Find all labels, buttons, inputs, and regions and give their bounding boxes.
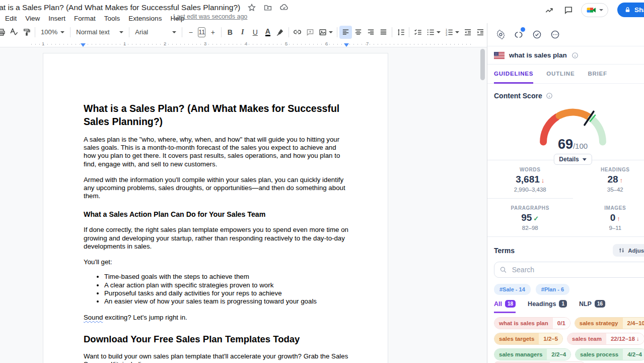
doc-stats-icon[interactable] [543, 4, 556, 17]
doc-paragraph[interactable]: You'll get: [84, 258, 348, 266]
meet-button[interactable] [581, 3, 608, 17]
info-icon[interactable] [571, 52, 579, 59]
numbered-list-button[interactable]: 123 [443, 26, 461, 39]
increase-indent-button[interactable] [474, 26, 486, 39]
connection-icon[interactable] [513, 29, 524, 40]
doc-paragraph[interactable]: Sound exciting? Let's jump right in. [84, 314, 348, 322]
doc-bullet-item[interactable]: Time-based goals with the steps to achie… [104, 273, 348, 281]
menu-item[interactable]: Edit [5, 15, 17, 22]
add-comment-icon[interactable] [304, 26, 316, 39]
font-select[interactable]: Arial [131, 26, 180, 39]
term-chip[interactable]: sales strategy 2/4–10 [575, 317, 644, 329]
search-input[interactable] [511, 265, 644, 274]
bold-button[interactable]: B [224, 26, 236, 39]
hashtag-chip[interactable]: #Sale - 14 [494, 284, 531, 295]
filter-headings[interactable]: Headings1 [528, 300, 567, 313]
terms-header: Terms Adjust [487, 237, 644, 257]
menu-item[interactable]: Insert [48, 15, 65, 22]
line-spacing-icon[interactable] [394, 26, 407, 39]
share-button[interactable]: Share [617, 3, 644, 17]
spellcheck-flagged-word[interactable]: Sound [84, 314, 103, 321]
insert-image-button[interactable] [316, 26, 335, 39]
term-chip-count: 0/1 [553, 318, 570, 329]
more-options-icon[interactable] [549, 29, 560, 40]
hashtag-chip[interactable]: #Plan - 6 [536, 284, 569, 295]
header-actions: Share [543, 3, 644, 17]
comment-icon[interactable] [562, 4, 575, 17]
filter-nlp[interactable]: NLP16 [579, 300, 605, 313]
terms-search[interactable] [494, 262, 644, 278]
toolbar-divider [35, 27, 35, 37]
print-icon[interactable] [0, 26, 8, 39]
text-color-button[interactable]: A [261, 26, 274, 39]
term-chip[interactable]: sales targets 1/2–5 [494, 333, 563, 345]
bulleted-list-button[interactable] [424, 26, 443, 39]
menu-item[interactable]: Tools [104, 15, 120, 22]
zoom-select[interactable]: 100% [37, 26, 68, 39]
term-chip[interactable]: sales team 22/12–18 ↓ [567, 333, 644, 345]
meet-dropdown-caret[interactable] [599, 9, 603, 11]
filter-all[interactable]: All18 [494, 300, 516, 313]
term-chip[interactable]: what is sales plan 0/1 [494, 317, 570, 329]
cloud-saved-icon[interactable] [279, 3, 289, 12]
doc-paragraph[interactable]: Want to build your own sales plan templa… [84, 352, 348, 363]
check-circle-icon[interactable] [531, 29, 542, 40]
doc-bullet-item[interactable]: Purposeful tasks and daily activities fo… [104, 289, 348, 297]
tab-outline[interactable]: OUTLINE [546, 65, 575, 84]
last-edit-link[interactable]: Last edit was seconds ago [173, 13, 247, 20]
stat-cell: HEADINGS 28↑ 35–42 [573, 160, 644, 199]
term-chip[interactable]: sales managers 2/2–4 [494, 348, 571, 360]
document-title[interactable]: What is a Sales Plan? (And What Makes fo… [0, 3, 240, 12]
justify-button[interactable] [377, 26, 390, 39]
document-canvas[interactable]: What is a Sales Plan? (And What Makes fo… [0, 47, 487, 363]
lock-icon [624, 7, 631, 13]
doc-bullet-item[interactable]: A clear action plan with specific strate… [104, 281, 348, 289]
doc-heading-2[interactable]: Download Your Free Sales Plan Templates … [84, 334, 348, 345]
doc-paragraph[interactable]: If done correctly, the right sales plan … [84, 226, 348, 251]
underline-button[interactable]: U [249, 26, 261, 39]
document-page[interactable]: What is a Sales Plan? (And What Makes fo… [43, 53, 388, 363]
settings-gear-icon[interactable] [495, 29, 506, 40]
font-size-input[interactable]: 11 [198, 27, 205, 37]
insert-link-icon[interactable] [291, 26, 304, 39]
content-score-title: Content Score [494, 92, 542, 100]
document-scrollbar[interactable] [480, 49, 485, 80]
details-button[interactable]: Details [553, 154, 592, 165]
move-folder-icon[interactable] [263, 3, 272, 12]
align-center-button[interactable] [352, 26, 365, 39]
tab-brief[interactable]: BRIEF [588, 65, 607, 84]
doc-heading-1[interactable]: What is a Sales Plan? (And What Makes fo… [84, 102, 348, 128]
us-flag-icon [494, 52, 505, 59]
menu-item[interactable]: Extensions [128, 15, 162, 22]
checklist-button[interactable] [411, 26, 424, 39]
menu-item[interactable]: View [25, 15, 40, 22]
right-indent-marker[interactable] [344, 43, 349, 47]
italic-button[interactable]: I [236, 26, 249, 39]
menu-item[interactable]: Format [74, 15, 96, 22]
term-chip[interactable]: sales process 4/2–4 [575, 348, 644, 360]
stat-range: 9–11 [573, 225, 644, 231]
decrease-font-size-button[interactable]: − [184, 26, 197, 39]
left-indent-marker[interactable] [81, 43, 86, 47]
decrease-indent-button[interactable] [461, 26, 474, 39]
align-right-button[interactable] [365, 26, 377, 39]
google-docs-window: What is a Sales Plan? (And What Makes fo… [0, 0, 644, 363]
paragraph-style-select[interactable]: Normal text [73, 26, 127, 39]
stat-cell: IMAGES 0↑ 9–11 [573, 199, 644, 236]
info-icon[interactable] [546, 92, 553, 99]
tab-guidelines[interactable]: GUIDELINES [494, 65, 533, 84]
paint-format-icon[interactable] [20, 26, 33, 39]
star-icon[interactable] [247, 3, 256, 12]
doc-paragraph[interactable]: A sales plan is the "who, where, why, wh… [84, 136, 348, 168]
doc-heading-3[interactable]: What a Sales Action Plan Can Do for Your… [84, 210, 348, 218]
highlight-color-button[interactable] [274, 26, 287, 39]
doc-paragraph[interactable]: Armed with the information you'll compil… [84, 176, 348, 201]
spellcheck-icon[interactable] [8, 26, 20, 39]
keyword-row: what is sales plan [487, 46, 644, 65]
adjust-button[interactable]: Adjust [613, 244, 644, 257]
increase-font-size-button[interactable]: + [206, 26, 219, 39]
align-left-button[interactable] [339, 26, 352, 39]
filter-count-badge: 16 [595, 300, 605, 308]
doc-bullet-item[interactable]: An easier view of how your sales team is… [104, 297, 348, 306]
sidebar-toolbar [487, 23, 644, 46]
